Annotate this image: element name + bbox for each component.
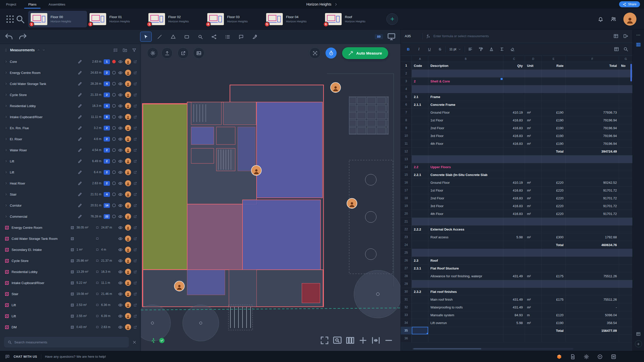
color-marker[interactable]: [112, 71, 116, 74]
cell-unit[interactable]: [525, 148, 542, 155]
cell-rate[interactable]: [542, 264, 566, 272]
cell-total[interactable]: [566, 101, 619, 109]
row-number[interactable]: 28: [401, 272, 412, 280]
row-number[interactable]: 7: [401, 109, 412, 116]
play-icon[interactable]: [597, 354, 603, 359]
cell-description[interactable]: Lift overrun: [428, 319, 503, 327]
cell-qty[interactable]: 416.83: [503, 132, 525, 140]
cell-code[interactable]: Code: [412, 62, 428, 70]
open-external-icon[interactable]: [133, 148, 137, 152]
measurement-group-row[interactable]: Intake Cupboard/Riser 11.11 m 8: [0, 111, 141, 122]
cell-description[interactable]: 3rd Floor: [428, 132, 503, 140]
color-marker[interactable]: [112, 170, 116, 174]
cell-qty[interactable]: [503, 280, 525, 288]
measurement-area-row[interactable]: Lift 2.53 m² 6.36 m: [0, 299, 141, 310]
cell-description[interactable]: 4th Floor: [428, 210, 503, 218]
cell-code[interactable]: [412, 311, 428, 319]
cell-qty[interactable]: [503, 257, 525, 264]
cell-description[interactable]: 2nd Floor: [428, 194, 503, 202]
export-button[interactable]: [178, 48, 189, 59]
cell-qty[interactable]: [503, 77, 525, 85]
timer-button[interactable]: [326, 48, 337, 59]
color-marker[interactable]: [112, 115, 116, 119]
visibility-eye-icon[interactable]: [118, 203, 123, 208]
cell-qty[interactable]: Qty: [503, 62, 525, 70]
cell-total[interactable]: 79196.94: [566, 140, 619, 148]
tool-comment-button[interactable]: [235, 32, 247, 42]
tool-cursor-button[interactable]: [140, 32, 152, 42]
plan-search-icon[interactable]: [15, 14, 25, 24]
column-letter-G[interactable]: G: [619, 56, 633, 62]
cell-qty[interactable]: 416.83: [503, 116, 525, 124]
cell-unit[interactable]: [525, 327, 542, 335]
visibility-eye-icon[interactable]: [118, 269, 123, 274]
open-external-icon[interactable]: [133, 82, 137, 86]
cell-rate[interactable]: £120: [542, 311, 566, 319]
open-external-icon[interactable]: [133, 281, 137, 285]
cell-no[interactable]: [619, 85, 632, 93]
upload-plan-button[interactable]: [162, 48, 173, 59]
cell-unit[interactable]: [525, 163, 542, 171]
menu-project[interactable]: Project: [0, 0, 22, 9]
color-marker[interactable]: [112, 93, 116, 97]
cell-code[interactable]: [412, 210, 428, 218]
add-plan-button[interactable]: [386, 13, 398, 25]
row-number[interactable]: 21: [401, 218, 412, 225]
cube-icon[interactable]: [556, 354, 562, 359]
area-checkbox-icon[interactable]: [5, 236, 9, 241]
cell-qty[interactable]: 416.83: [503, 187, 525, 194]
cell-total[interactable]: 79196.94: [566, 116, 619, 124]
cell-total[interactable]: 79196.94: [566, 124, 619, 132]
expand-chevron-icon[interactable]: [5, 115, 8, 118]
visibility-eye-icon[interactable]: [118, 192, 123, 197]
cell-unit[interactable]: m²: [525, 319, 542, 327]
expand-chevron-icon[interactable]: [5, 182, 8, 185]
color-marker[interactable]: [112, 60, 116, 63]
add-folder-icon[interactable]: [123, 48, 127, 53]
color-marker[interactable]: [112, 126, 116, 130]
cell-rate[interactable]: [542, 93, 566, 101]
row-number[interactable]: 23: [401, 233, 412, 241]
cell-rate[interactable]: £220: [542, 202, 566, 210]
monitor-icon[interactable]: [387, 32, 396, 41]
measurement-group-row[interactable]: Cycle Store 21.33 m 2: [0, 89, 141, 100]
underline-button[interactable]: U: [424, 44, 434, 54]
tool-list-button[interactable]: [222, 32, 233, 42]
column-letter-D[interactable]: D: [525, 56, 542, 62]
cell-unit[interactable]: [525, 101, 542, 109]
open-external-icon[interactable]: [133, 226, 137, 230]
cell-rate[interactable]: [542, 335, 566, 342]
cell-description[interactable]: Concrete Frame: [428, 101, 503, 109]
cell-rate[interactable]: [542, 249, 566, 257]
cell-no[interactable]: [619, 311, 632, 319]
cell-no[interactable]: [619, 335, 632, 342]
cell-description[interactable]: [428, 335, 503, 342]
cell-unit[interactable]: [525, 93, 542, 101]
area-checkbox-icon[interactable]: [5, 325, 9, 330]
undo-icon[interactable]: [5, 32, 14, 41]
row-number[interactable]: 17: [401, 187, 412, 194]
cell-qty[interactable]: [503, 225, 525, 233]
apps-grid-icon[interactable]: [5, 14, 15, 24]
color-marker[interactable]: [112, 182, 116, 185]
measurement-area-row[interactable]: Lift 2.55 m² 6.39 m: [0, 310, 141, 322]
zoom-in-icon[interactable]: [358, 335, 368, 345]
row-number[interactable]: 20: [401, 210, 412, 218]
notifications-bell-icon[interactable]: [598, 16, 603, 22]
open-external-icon[interactable]: [133, 292, 137, 296]
cell-total[interactable]: 91701.72: [566, 202, 619, 210]
cell-code[interactable]: [412, 187, 428, 194]
bold-button[interactable]: B: [403, 44, 413, 54]
cell-qty[interactable]: 416.83: [503, 124, 525, 132]
list-view-icon[interactable]: [113, 48, 118, 53]
tool-rect-button[interactable]: [181, 32, 192, 42]
table-export-icon[interactable]: [613, 33, 619, 39]
cell-description[interactable]: Mansafe system: [428, 311, 503, 319]
cell-qty[interactable]: 431.49: [503, 296, 525, 303]
cell-total[interactable]: 394724.49: [566, 148, 619, 155]
measurement-group-row[interactable]: Energy Centre Room 24.83 m 2: [0, 67, 141, 78]
strikethrough-button[interactable]: S: [435, 44, 445, 54]
cell-total[interactable]: -: [566, 303, 619, 311]
cell-rate[interactable]: £190: [542, 124, 566, 132]
cell-total[interactable]: 77936.73: [566, 109, 619, 116]
